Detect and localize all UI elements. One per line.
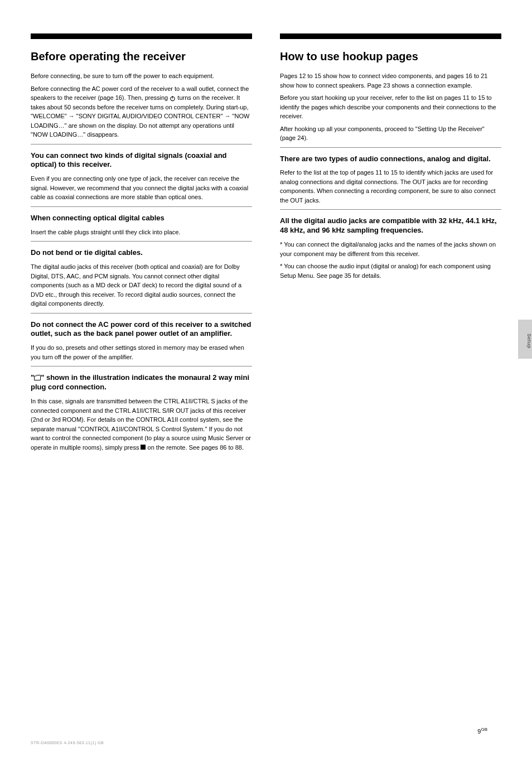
- section-title-right: How to use hookup pages: [280, 49, 501, 64]
- sub-heading: There are two types of audio connections…: [280, 155, 501, 164]
- sub-heading: All the digital audio jacks are compatib…: [280, 216, 501, 235]
- paragraph: After hooking up all your components, pr…: [280, 124, 501, 143]
- left-column: Before operating the receiver Before con…: [31, 33, 252, 455]
- column-top-bar: [280, 33, 501, 39]
- side-tab: Setup: [518, 320, 532, 359]
- heading-text: " shown in the illustration indicates th…: [31, 373, 249, 391]
- paragraph: Before connecting, be sure to turn off t…: [31, 71, 252, 81]
- divider: [280, 147, 501, 148]
- divider: [31, 366, 252, 367]
- paragraph: Even if you are connecting only one type…: [31, 174, 252, 202]
- sub-heading: Do not connect the AC power cord of this…: [31, 320, 252, 339]
- paragraph: Refer to the list at the top of pages 11…: [280, 168, 501, 205]
- paragraph: Insert the cable plugs straight until th…: [31, 228, 252, 237]
- page-number-sup: GB: [481, 727, 487, 732]
- divider: [31, 241, 252, 242]
- divider: [31, 144, 252, 144]
- sub-heading: You can connect two kinds of digital sig…: [31, 151, 252, 170]
- paragraph: The digital audio jacks of this receiver…: [31, 262, 252, 308]
- paragraph: Before you start hooking up your receive…: [280, 93, 501, 121]
- stop-icon: [141, 445, 146, 450]
- power-icon: [170, 95, 176, 101]
- paragraph: * You can choose the audio input (digita…: [280, 262, 501, 280]
- section-title-left: Before operating the receiver: [31, 49, 252, 64]
- sub-heading: Do not bend or tie digital cables.: [31, 248, 252, 258]
- paragraph-text: on the remote. See pages 86 to 88.: [148, 444, 244, 451]
- sub-heading: "" shown in the illustration indicates t…: [31, 373, 252, 392]
- paragraph: * You can connect the digital/analog jac…: [280, 240, 501, 258]
- paragraph: If you do so, presets and other settings…: [31, 343, 252, 361]
- divider: [280, 209, 501, 210]
- paragraph: Before connecting the AC power cord of t…: [31, 84, 252, 139]
- folder-icon: [34, 375, 41, 380]
- right-column: How to use hookup pages Pages 12 to 15 s…: [280, 33, 501, 455]
- page-number: 9GB: [477, 727, 487, 735]
- paragraph: Pages 12 to 15 show how to connect video…: [280, 71, 501, 90]
- column-top-bar: [31, 33, 252, 39]
- divider: [31, 206, 252, 207]
- sub-heading: When connecting optical digital cables: [31, 214, 252, 223]
- paragraph-text: In this case, signals are transmitted be…: [31, 398, 251, 451]
- footer: STR-DA9000ES 4-249-583-11(1) GB: [31, 741, 104, 745]
- divider: [31, 313, 252, 314]
- paragraph: In this case, signals are transmitted be…: [31, 397, 252, 452]
